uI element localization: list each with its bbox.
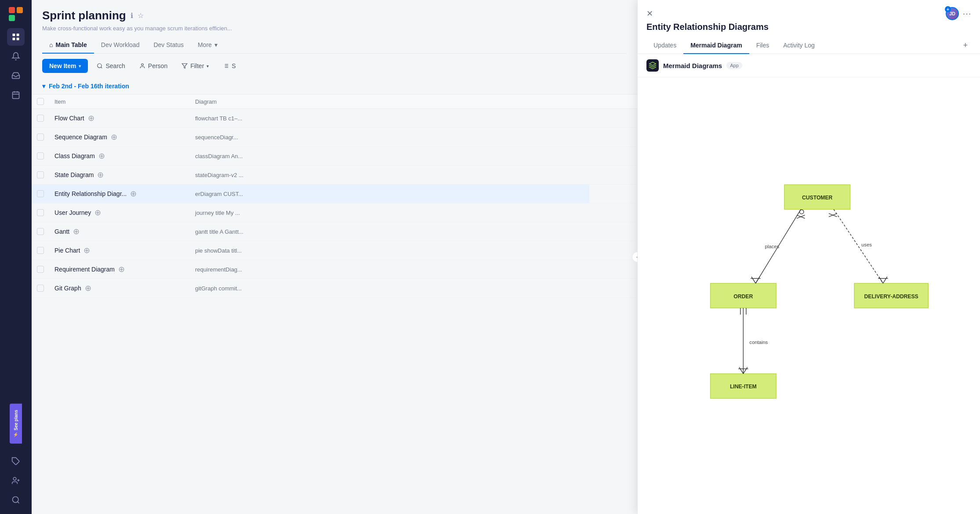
row-item-cell: Git Graph ⊕: [49, 279, 190, 298]
row-checkbox[interactable]: [37, 266, 44, 273]
row-checkbox[interactable]: [37, 285, 44, 292]
sidebar-item-person-add[interactable]: [7, 472, 25, 489]
panel-tab-mermaid-diagram[interactable]: Mermaid Diagram: [683, 37, 749, 54]
row-checkbox[interactable]: [37, 171, 44, 178]
sidebar-item-calendar[interactable]: [7, 86, 25, 104]
row-item-cell: State Diagram ⊕: [49, 166, 190, 185]
table-row[interactable]: User Journey ⊕ journey title My ...: [32, 203, 637, 222]
table-row[interactable]: Class Diagram ⊕ classDiagram An...: [32, 147, 637, 166]
row-checkbox-cell: [32, 222, 49, 241]
row-add-icon[interactable]: ⊕: [73, 227, 80, 236]
row-item-cell: Flow Chart ⊕: [49, 109, 190, 128]
row-diagram-cell: erDiagram CUST...: [190, 185, 589, 203]
row-item-cell: Gantt ⊕: [49, 222, 190, 241]
row-add-icon[interactable]: ⊕: [88, 113, 94, 123]
row-diagram-text: stateDiagram-v2 ...: [195, 172, 243, 178]
row-diagram-cell: classDiagram An...: [190, 147, 589, 166]
row-checkbox[interactable]: [37, 152, 44, 159]
svg-rect-1: [17, 7, 23, 13]
info-icon[interactable]: ℹ: [131, 11, 133, 20]
table-row[interactable]: Flow Chart ⊕ flowchart TB c1–...: [32, 109, 637, 128]
entity-line-item-label: LINE-ITEM: [730, 384, 756, 390]
svg-rect-6: [17, 38, 19, 40]
group-label: Feb 2nd - Feb 16th iteration: [49, 83, 129, 90]
tab-dev-workload[interactable]: Dev Workload: [94, 37, 147, 54]
row-item-name: State Diagram: [54, 171, 94, 178]
table-row[interactable]: Git Graph ⊕ gitGraph commit...: [32, 279, 637, 298]
svg-line-18: [101, 67, 102, 69]
row-item-name: Pie Chart: [54, 247, 80, 254]
panel-tab-add-button[interactable]: +: [959, 37, 971, 54]
see-plans-button[interactable]: ⚡ See plans: [10, 404, 22, 444]
row-checkbox[interactable]: [37, 115, 44, 122]
table-row[interactable]: Gantt ⊕ gantt title A Gantt...: [32, 222, 637, 241]
toolbar: New Item ▾ Search Person Filter: [32, 54, 637, 78]
table-row[interactable]: Pie Chart ⊕ pie showData titl...: [32, 241, 637, 260]
app-logo[interactable]: [7, 5, 25, 23]
svg-point-15: [13, 497, 18, 503]
col-item: Item: [49, 94, 190, 109]
filter-button[interactable]: Filter ▾: [176, 59, 214, 72]
panel-tab-updates[interactable]: Updates: [646, 37, 683, 54]
avatar[interactable]: + JD: [946, 7, 959, 20]
search-button[interactable]: Search: [91, 59, 130, 72]
page-header: Sprint planning ℹ ☆ Make cross-functiona…: [32, 0, 637, 54]
rel-contains-label: contains: [749, 340, 768, 345]
app-header: Mermaid Diagrams App: [638, 54, 980, 77]
entity-order-label: ORDER: [733, 293, 753, 300]
panel-tab-activity-log[interactable]: Activity Log: [776, 37, 822, 54]
row-checkbox-cell: [32, 147, 49, 166]
group-header[interactable]: ▾ Feb 2nd - Feb 16th iteration: [32, 78, 637, 94]
sidebar-item-puzzle[interactable]: [7, 452, 25, 470]
sidebar-item-bell[interactable]: [7, 47, 25, 65]
row-checkbox-cell: [32, 279, 49, 298]
tab-more[interactable]: More ▾: [191, 37, 225, 54]
table-row[interactable]: Entity Relationship Diagr... ⊕ erDiagram…: [32, 185, 637, 203]
star-icon[interactable]: ☆: [138, 11, 144, 20]
panel-close-button[interactable]: ✕: [646, 9, 653, 18]
row-diagram-text: classDiagram An...: [195, 153, 243, 159]
row-item-name: User Journey: [54, 209, 91, 216]
svg-rect-2: [9, 15, 15, 21]
sidebar-item-search[interactable]: [7, 491, 25, 509]
table-row[interactable]: Requirement Diagram ⊕ requirementDiag...: [32, 260, 637, 279]
er-diagram-svg: CUSTOMER ORDER DELIVERY-ADDRESS LINE-ITE…: [651, 168, 967, 423]
row-add-icon[interactable]: ⊕: [130, 189, 137, 199]
row-checkbox-cell: [32, 185, 49, 203]
svg-rect-0: [9, 7, 15, 13]
row-add-icon[interactable]: ⊕: [85, 283, 91, 293]
row-add-icon[interactable]: ⊕: [83, 246, 90, 255]
tabs-bar: ⌂ Main Table Dev Workload Dev Status Mor…: [42, 37, 627, 54]
person-button[interactable]: Person: [134, 59, 173, 72]
new-item-button[interactable]: New Item ▾: [42, 59, 88, 73]
main-table: Item Diagram Flow Chart ⊕ f: [32, 94, 637, 298]
sort-button[interactable]: S: [218, 59, 241, 72]
sidebar-item-apps[interactable]: [7, 28, 25, 46]
table-row[interactable]: State Diagram ⊕ stateDiagram-v2 ...: [32, 166, 637, 185]
row-diagram-cell: sequenceDiagr...: [190, 128, 589, 147]
row-add-icon[interactable]: ⊕: [98, 151, 105, 161]
panel-more-button[interactable]: ⋯: [962, 8, 971, 19]
row-add-icon[interactable]: ⊕: [118, 264, 125, 274]
row-add-icon[interactable]: ⊕: [94, 208, 101, 217]
row-checkbox[interactable]: [37, 190, 44, 197]
row-checkbox[interactable]: [37, 228, 44, 235]
header-checkbox[interactable]: [37, 98, 44, 105]
row-item-name: Entity Relationship Diagr...: [54, 190, 127, 197]
row-checkbox-cell: [32, 241, 49, 260]
tab-main-table[interactable]: ⌂ Main Table: [42, 37, 94, 54]
row-diagram-cell: journey title My ...: [190, 203, 589, 222]
row-add-icon[interactable]: ⊕: [111, 132, 117, 142]
rel-customer-order-circle: [799, 210, 803, 214]
row-add-icon[interactable]: ⊕: [97, 170, 104, 180]
row-checkbox[interactable]: [37, 247, 44, 254]
tab-dev-status[interactable]: Dev Status: [146, 37, 190, 54]
panel-tab-files[interactable]: Files: [749, 37, 777, 54]
row-checkbox[interactable]: [37, 134, 44, 141]
entity-customer-label: CUSTOMER: [802, 195, 833, 201]
panel-header-actions: + JD ⋯: [946, 7, 971, 20]
row-checkbox[interactable]: [37, 209, 44, 216]
table-row[interactable]: Sequence Diagram ⊕ sequenceDiagr...: [32, 128, 637, 147]
svg-line-28: [755, 277, 759, 283]
sidebar-item-inbox[interactable]: [7, 67, 25, 84]
